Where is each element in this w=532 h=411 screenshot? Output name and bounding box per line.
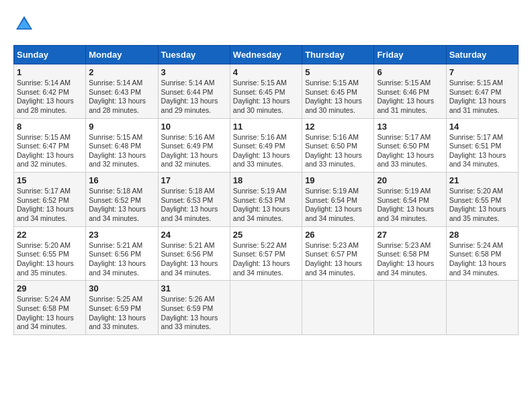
day-info: Sunrise: 5:16 AM Sunset: 6:49 PM Dayligh… bbox=[233, 133, 299, 170]
day-info: Sunrise: 5:17 AM Sunset: 6:52 PM Dayligh… bbox=[17, 187, 83, 224]
calendar-week-row: 22Sunrise: 5:20 AM Sunset: 6:55 PM Dayli… bbox=[14, 226, 519, 281]
logo bbox=[13, 13, 38, 35]
day-number: 6 bbox=[377, 67, 443, 77]
day-info: Sunrise: 5:26 AM Sunset: 6:59 PM Dayligh… bbox=[161, 295, 227, 332]
calendar-cell: 19Sunrise: 5:19 AM Sunset: 6:54 PM Dayli… bbox=[302, 173, 374, 227]
day-number: 5 bbox=[305, 67, 371, 77]
day-info: Sunrise: 5:18 AM Sunset: 6:52 PM Dayligh… bbox=[89, 187, 154, 224]
day-number: 22 bbox=[17, 230, 83, 240]
day-number: 14 bbox=[449, 122, 515, 132]
day-number: 8 bbox=[17, 122, 83, 132]
calendar-cell: 12Sunrise: 5:16 AM Sunset: 6:50 PM Dayli… bbox=[302, 118, 374, 173]
calendar-cell: 31Sunrise: 5:26 AM Sunset: 6:59 PM Dayli… bbox=[158, 281, 230, 335]
calendar-table: SundayMondayTuesdayWednesdayThursdayFrid… bbox=[13, 45, 519, 335]
day-number: 9 bbox=[89, 122, 154, 132]
day-info: Sunrise: 5:15 AM Sunset: 6:47 PM Dayligh… bbox=[17, 133, 83, 170]
day-info: Sunrise: 5:14 AM Sunset: 6:43 PM Dayligh… bbox=[89, 79, 154, 116]
calendar-header: SundayMondayTuesdayWednesdayThursdayFrid… bbox=[14, 46, 519, 64]
calendar-cell: 16Sunrise: 5:18 AM Sunset: 6:52 PM Dayli… bbox=[86, 173, 158, 227]
day-info: Sunrise: 5:23 AM Sunset: 6:57 PM Dayligh… bbox=[305, 241, 371, 278]
day-number: 16 bbox=[89, 175, 154, 185]
calendar-cell bbox=[230, 281, 302, 335]
day-number: 12 bbox=[305, 122, 371, 132]
day-info: Sunrise: 5:15 AM Sunset: 6:46 PM Dayligh… bbox=[377, 79, 443, 116]
calendar-cell: 1Sunrise: 5:14 AM Sunset: 6:42 PM Daylig… bbox=[14, 64, 86, 119]
day-number: 21 bbox=[449, 175, 515, 185]
calendar-cell: 5Sunrise: 5:15 AM Sunset: 6:45 PM Daylig… bbox=[302, 64, 374, 119]
day-number: 18 bbox=[233, 175, 299, 185]
calendar-cell: 23Sunrise: 5:21 AM Sunset: 6:56 PM Dayli… bbox=[86, 226, 158, 281]
day-number: 4 bbox=[233, 67, 299, 77]
day-info: Sunrise: 5:17 AM Sunset: 6:51 PM Dayligh… bbox=[449, 133, 515, 170]
day-number: 10 bbox=[161, 122, 227, 132]
day-number: 19 bbox=[305, 175, 371, 185]
calendar-week-row: 15Sunrise: 5:17 AM Sunset: 6:52 PM Dayli… bbox=[14, 173, 519, 227]
calendar-cell: 17Sunrise: 5:18 AM Sunset: 6:53 PM Dayli… bbox=[158, 173, 230, 227]
calendar-cell: 13Sunrise: 5:17 AM Sunset: 6:50 PM Dayli… bbox=[374, 118, 446, 173]
calendar-week-row: 8Sunrise: 5:15 AM Sunset: 6:47 PM Daylig… bbox=[14, 118, 519, 173]
day-number: 30 bbox=[89, 283, 154, 293]
header-row: SundayMondayTuesdayWednesdayThursdayFrid… bbox=[14, 46, 519, 64]
header-day-monday: Monday bbox=[86, 46, 158, 64]
day-number: 25 bbox=[233, 230, 299, 240]
header-day-thursday: Thursday bbox=[302, 46, 374, 64]
header-day-sunday: Sunday bbox=[14, 46, 86, 64]
day-info: Sunrise: 5:15 AM Sunset: 6:45 PM Dayligh… bbox=[233, 79, 299, 116]
day-number: 27 bbox=[377, 230, 443, 240]
day-number: 7 bbox=[449, 67, 515, 77]
calendar-cell: 18Sunrise: 5:19 AM Sunset: 6:53 PM Dayli… bbox=[230, 173, 302, 227]
day-number: 20 bbox=[377, 175, 443, 185]
day-info: Sunrise: 5:21 AM Sunset: 6:56 PM Dayligh… bbox=[89, 241, 154, 278]
day-info: Sunrise: 5:20 AM Sunset: 6:55 PM Dayligh… bbox=[449, 187, 515, 224]
calendar-cell: 20Sunrise: 5:19 AM Sunset: 6:54 PM Dayli… bbox=[374, 173, 446, 227]
calendar-cell: 3Sunrise: 5:14 AM Sunset: 6:44 PM Daylig… bbox=[158, 64, 230, 119]
day-info: Sunrise: 5:14 AM Sunset: 6:42 PM Dayligh… bbox=[17, 79, 83, 116]
day-number: 26 bbox=[305, 230, 371, 240]
day-info: Sunrise: 5:18 AM Sunset: 6:53 PM Dayligh… bbox=[161, 187, 227, 224]
page: SundayMondayTuesdayWednesdayThursdayFrid… bbox=[13, 13, 519, 335]
calendar-cell: 28Sunrise: 5:24 AM Sunset: 6:58 PM Dayli… bbox=[446, 226, 518, 281]
calendar-cell: 8Sunrise: 5:15 AM Sunset: 6:47 PM Daylig… bbox=[14, 118, 86, 173]
calendar-cell: 9Sunrise: 5:15 AM Sunset: 6:48 PM Daylig… bbox=[86, 118, 158, 173]
calendar-body: 1Sunrise: 5:14 AM Sunset: 6:42 PM Daylig… bbox=[14, 64, 519, 335]
calendar-cell: 11Sunrise: 5:16 AM Sunset: 6:49 PM Dayli… bbox=[230, 118, 302, 173]
day-info: Sunrise: 5:16 AM Sunset: 6:50 PM Dayligh… bbox=[305, 133, 371, 170]
calendar-cell bbox=[374, 281, 446, 335]
day-info: Sunrise: 5:24 AM Sunset: 6:58 PM Dayligh… bbox=[449, 241, 515, 278]
calendar-cell: 27Sunrise: 5:23 AM Sunset: 6:58 PM Dayli… bbox=[374, 226, 446, 281]
day-info: Sunrise: 5:20 AM Sunset: 6:55 PM Dayligh… bbox=[17, 241, 83, 278]
day-number: 23 bbox=[89, 230, 154, 240]
calendar-cell: 10Sunrise: 5:16 AM Sunset: 6:49 PM Dayli… bbox=[158, 118, 230, 173]
day-number: 31 bbox=[161, 283, 227, 293]
day-number: 24 bbox=[161, 230, 227, 240]
day-info: Sunrise: 5:15 AM Sunset: 6:47 PM Dayligh… bbox=[449, 79, 515, 116]
calendar-cell bbox=[302, 281, 374, 335]
day-info: Sunrise: 5:19 AM Sunset: 6:54 PM Dayligh… bbox=[305, 187, 371, 224]
header bbox=[13, 13, 519, 35]
calendar-cell: 14Sunrise: 5:17 AM Sunset: 6:51 PM Dayli… bbox=[446, 118, 518, 173]
day-info: Sunrise: 5:24 AM Sunset: 6:58 PM Dayligh… bbox=[17, 295, 83, 332]
day-number: 28 bbox=[449, 230, 515, 240]
calendar-cell: 4Sunrise: 5:15 AM Sunset: 6:45 PM Daylig… bbox=[230, 64, 302, 119]
day-info: Sunrise: 5:25 AM Sunset: 6:59 PM Dayligh… bbox=[89, 295, 154, 332]
day-number: 3 bbox=[161, 67, 227, 77]
calendar-cell: 7Sunrise: 5:15 AM Sunset: 6:47 PM Daylig… bbox=[446, 64, 518, 119]
day-info: Sunrise: 5:23 AM Sunset: 6:58 PM Dayligh… bbox=[377, 241, 443, 278]
day-number: 11 bbox=[233, 122, 299, 132]
day-number: 13 bbox=[377, 122, 443, 132]
day-number: 15 bbox=[17, 175, 83, 185]
calendar-cell: 25Sunrise: 5:22 AM Sunset: 6:57 PM Dayli… bbox=[230, 226, 302, 281]
day-number: 2 bbox=[89, 67, 154, 77]
calendar-cell: 30Sunrise: 5:25 AM Sunset: 6:59 PM Dayli… bbox=[86, 281, 158, 335]
calendar-week-row: 1Sunrise: 5:14 AM Sunset: 6:42 PM Daylig… bbox=[14, 64, 519, 119]
calendar-cell: 21Sunrise: 5:20 AM Sunset: 6:55 PM Dayli… bbox=[446, 173, 518, 227]
header-day-friday: Friday bbox=[374, 46, 446, 64]
day-info: Sunrise: 5:17 AM Sunset: 6:50 PM Dayligh… bbox=[377, 133, 443, 170]
day-info: Sunrise: 5:19 AM Sunset: 6:53 PM Dayligh… bbox=[233, 187, 299, 224]
calendar-cell: 26Sunrise: 5:23 AM Sunset: 6:57 PM Dayli… bbox=[302, 226, 374, 281]
day-info: Sunrise: 5:19 AM Sunset: 6:54 PM Dayligh… bbox=[377, 187, 443, 224]
calendar-cell: 24Sunrise: 5:21 AM Sunset: 6:56 PM Dayli… bbox=[158, 226, 230, 281]
day-info: Sunrise: 5:15 AM Sunset: 6:48 PM Dayligh… bbox=[89, 133, 154, 170]
calendar-cell: 29Sunrise: 5:24 AM Sunset: 6:58 PM Dayli… bbox=[14, 281, 86, 335]
calendar-cell: 2Sunrise: 5:14 AM Sunset: 6:43 PM Daylig… bbox=[86, 64, 158, 119]
